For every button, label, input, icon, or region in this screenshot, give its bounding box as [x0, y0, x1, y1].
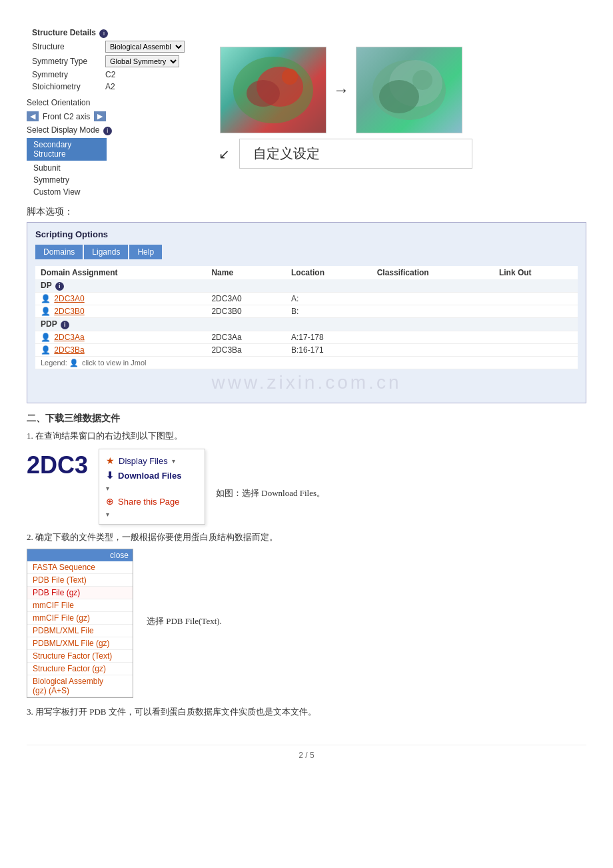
tab-domains[interactable]: Domains: [35, 245, 83, 259]
menu-display-files[interactable]: ★ Display Files ▾: [106, 453, 198, 468]
legend-person-icon: 👤: [69, 359, 79, 367]
dl-pdbml-xml[interactable]: PDBML/XML File: [27, 625, 133, 637]
domain-name-2dc3ba[interactable]: 👤 2DC3Ba: [35, 344, 206, 357]
name-2dc3a0: 2DC3A0: [206, 293, 286, 305]
stoichiometry-value: A2: [100, 81, 190, 93]
svg-point-6: [379, 80, 419, 113]
display-mode-info-icon[interactable]: i: [103, 127, 112, 135]
person-icon-4: 👤: [41, 345, 51, 355]
mode-subunit-button[interactable]: Subunit: [27, 162, 67, 174]
table-row: 👤 2DC3B0 2DC3B0 B:: [35, 305, 578, 318]
domain-assignment-table: Domain Assignment Name Location Classifi…: [35, 266, 578, 369]
class-2dc3b0: [372, 305, 494, 318]
mode-custom-view-button[interactable]: Custom View: [27, 186, 87, 198]
select-orientation-label: Select Orientation: [27, 98, 190, 107]
col-classification: Classification: [372, 266, 494, 279]
table-row: 👤 2DC3Ba 2DC3Ba B:16-171: [35, 344, 578, 357]
dl-mmcif-gz[interactable]: mmCIF File (gz): [27, 612, 133, 625]
arrow-down-icon-1: ▾: [106, 485, 109, 492]
domain-link-2dc3b0[interactable]: 2DC3B0: [54, 307, 84, 316]
download-files-icon: ⬇: [106, 470, 114, 481]
class-2dc3ba: [372, 344, 494, 357]
menu-arrow-1: ▾: [106, 483, 198, 494]
molecule-image-1: [220, 47, 326, 133]
dl-structure-factor-gz[interactable]: Structure Factor (gz): [27, 663, 133, 675]
scripting-options-box: Scripting Options Domains Ligands Help D…: [27, 222, 586, 403]
pdp-info-icon[interactable]: i: [61, 321, 69, 329]
dl-pdb-gz[interactable]: PDB File (gz): [27, 587, 133, 599]
structure-details-label: Structure Details: [32, 28, 96, 37]
download-note: 如图：选择 Download Files。: [216, 487, 325, 499]
section-script-heading: 脚本选项：: [27, 206, 586, 218]
display-files-arrow: ▾: [172, 457, 175, 465]
pdp-section-row: PDP i: [35, 318, 578, 331]
structure-details-section: Structure Details i Structure Biological…: [27, 27, 586, 198]
mode-symmetry-button[interactable]: Symmetry: [27, 174, 76, 186]
step2-text: 2. 确定下载的文件类型，一般根据你要使用蛋白质结构数据而定。: [27, 531, 586, 543]
close-button[interactable]: close: [27, 549, 133, 561]
structure-field-value[interactable]: Biological Assembl: [100, 39, 190, 54]
person-icon-1: 👤: [41, 294, 51, 303]
name-2dc3b0: 2DC3B0: [206, 305, 286, 318]
dl-pdbml-xml-gz[interactable]: PDBML/XML File (gz): [27, 637, 133, 650]
dl-fasta-sequence[interactable]: FASTA Sequence: [27, 561, 133, 574]
tab-ligands[interactable]: Ligands: [84, 245, 128, 259]
col-location: Location: [286, 266, 372, 279]
section2-heading: 二、下载三维数据文件: [27, 413, 586, 425]
display-mode-label: Select Display Mode i: [27, 125, 190, 135]
display-files-icon: ★: [106, 455, 115, 466]
structure-details-info-icon[interactable]: i: [99, 29, 108, 38]
molecule-image-2: [356, 47, 462, 133]
person-icon-3: 👤: [41, 333, 51, 342]
section2-step1: 1. 在查询结果窗口的右边找到以下图型。: [27, 430, 586, 442]
arrow-down-icon-2: ▾: [106, 511, 109, 518]
dl-mmcif[interactable]: mmCIF File: [27, 599, 133, 612]
linkout-2dc3a0: [494, 293, 578, 305]
share-page-label: Share this Page: [118, 497, 180, 507]
prev-orientation-button[interactable]: ◀: [27, 111, 39, 121]
dl-structure-factor-text[interactable]: Structure Factor (Text): [27, 650, 133, 663]
svg-point-2: [247, 80, 280, 107]
page-number: 2 / 5: [299, 751, 314, 760]
structure-select[interactable]: Biological Assembl: [105, 41, 185, 53]
col-domain-assignment: Domain Assignment: [35, 266, 206, 279]
step3-text: 3. 用写字板打开 PDB 文件，可以看到蛋白质数据库文件实质也是文本文件。: [27, 706, 586, 718]
symmetry-type-value[interactable]: Global Symmetry: [100, 54, 190, 69]
menu-share-page[interactable]: ⊕ Share this Page: [106, 494, 198, 509]
download-files-label: Download Files: [118, 471, 181, 481]
orientation-controls: ◀ Front C2 axis ▶: [27, 111, 190, 121]
domain-name-2dc3b0[interactable]: 👤 2DC3B0: [35, 305, 206, 318]
display-files-label: Display Files: [119, 456, 168, 466]
structure-details-table: Structure Details i Structure Biological…: [27, 27, 190, 93]
svg-point-3: [282, 69, 298, 85]
domain-link-2dc3ba[interactable]: 2DC3Ba: [54, 345, 84, 355]
page-footer: 2 / 5: [27, 745, 586, 760]
domain-name-2dc3aa[interactable]: 👤 2DC3Aa: [35, 331, 206, 344]
mode-secondary-structure-button[interactable]: Secondary Structure: [27, 138, 107, 161]
dp-section-label: DP i: [35, 279, 578, 293]
tab-help[interactable]: Help: [129, 245, 162, 259]
dl-select-note: 选择 PDB File(Text).: [147, 615, 222, 627]
domain-link-2dc3a0[interactable]: 2DC3A0: [54, 294, 84, 303]
structure-field-label: Structure: [27, 39, 100, 54]
orientation-value: Front C2 axis: [43, 112, 90, 121]
location-2dc3aa: A:17-178: [286, 331, 372, 344]
domain-name-2dc3a0[interactable]: 👤 2DC3A0: [35, 293, 206, 305]
symmetry-type-select[interactable]: Global Symmetry: [105, 55, 179, 67]
dl-biological-assembly[interactable]: Biological Assembly(gz) (A+S): [27, 675, 133, 697]
dp-info-icon[interactable]: i: [55, 282, 64, 291]
legend-click-text: click to view in Jmol: [82, 359, 147, 367]
share-icon: ⊕: [106, 496, 114, 507]
dl-pdb-text[interactable]: PDB File (Text): [27, 574, 133, 587]
class-2dc3a0: [372, 293, 494, 305]
watermark: www.zixin.com.cn: [35, 372, 578, 393]
legend-row: Legend: 👤 click to view in Jmol: [35, 357, 578, 369]
symmetry-value: C2: [100, 69, 190, 81]
menu-download-files[interactable]: ⬇ Download Files: [106, 468, 198, 483]
pdb-id-label: 2DC3: [27, 449, 88, 479]
custom-view-arrow: ↙: [210, 146, 230, 162]
name-2dc3ba: 2DC3Ba: [206, 344, 286, 357]
domain-link-2dc3aa[interactable]: 2DC3Aa: [54, 333, 84, 342]
next-orientation-button[interactable]: ▶: [94, 111, 106, 121]
script-heading-text: 脚本选项：: [27, 207, 73, 217]
